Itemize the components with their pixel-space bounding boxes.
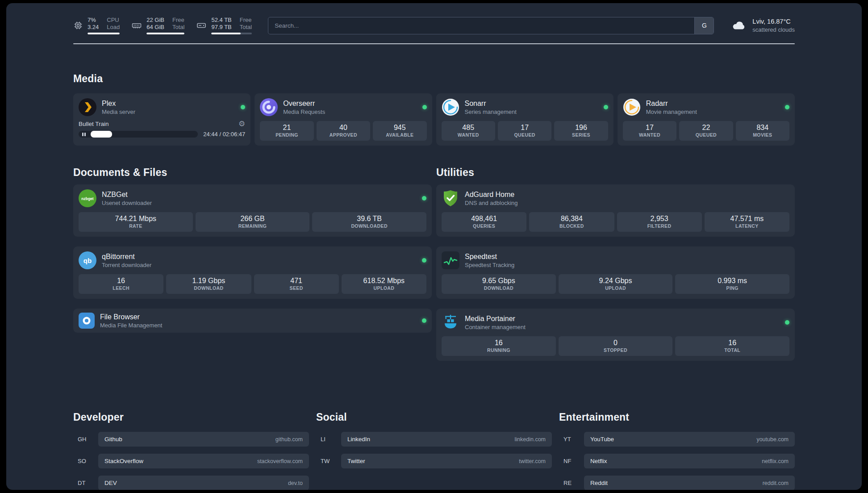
playback-time: 24:44 / 02:06:47 (203, 131, 245, 138)
bookmark-netflix[interactable]: NF Netflix netflix.com (559, 454, 795, 468)
pause-icon[interactable] (82, 133, 86, 136)
card-overseerr[interactable]: Overseerr Media Requests 21 PENDING 40 A… (255, 93, 432, 146)
speedtest-icon (442, 251, 459, 269)
stat-label: PING (677, 285, 788, 291)
stat-tile: 485 WANTED (442, 121, 495, 141)
stat-value: 0.993 ms (677, 277, 788, 285)
bookmark-abbr: TW (316, 458, 341, 464)
playback-progress-bar[interactable] (79, 131, 198, 138)
memory-free: 22 GiB (146, 17, 164, 24)
stat-value: 266 GB (197, 215, 308, 223)
stat-label: DOWNLOAD (443, 285, 554, 291)
card-adguard[interactable]: AdGuard Home DNS and adblocking 498,461 … (436, 184, 795, 237)
section-title-developer: Developer (73, 411, 309, 423)
card-radarr[interactable]: Radarr Movie management 17 WANTED 22 QUE… (618, 93, 795, 146)
memory-icon (131, 20, 142, 31)
stat-label: FILTERED (619, 223, 700, 229)
stat-value: 471 (256, 277, 337, 285)
search-input[interactable] (268, 17, 694, 34)
bookmark-abbr: LI (316, 436, 341, 443)
card-speedtest[interactable]: Speedtest Speedtest Tracking 9.65 Gbps D… (436, 246, 795, 299)
stat-tile: 196 SERIES (554, 121, 608, 141)
card-qbittorrent[interactable]: qb qBittorrent Torrent downloader 16 LEE… (73, 246, 432, 299)
stat-tile: 17 QUEUED (498, 121, 551, 141)
service-name: qBittorrent (102, 252, 151, 261)
service-subtitle: Movie management (646, 109, 697, 115)
stat-label: QUERIES (443, 223, 525, 229)
stat-tile: 0.993 ms PING (675, 274, 789, 294)
stat-tile: 618.52 Mbps UPLOAD (342, 274, 426, 294)
stat-tile: 16 TOTAL (675, 336, 789, 356)
bookmark-reddit[interactable]: RE Reddit reddit.com (559, 476, 795, 490)
weather-widget: Lviv, 16.87°C scattered clouds (730, 17, 795, 33)
stat-value: 2,953 (619, 215, 700, 223)
settings-gear-icon[interactable]: ⚙ (238, 120, 245, 128)
bookmark-name: Netflix (590, 458, 607, 464)
bookmark-linkedin[interactable]: LI LinkedIn linkedin.com (316, 432, 552, 447)
search-bar: G (268, 17, 714, 34)
search-provider-button[interactable]: G (694, 17, 714, 34)
stat-label: PENDING (262, 132, 312, 138)
bookmark-url: netflix.com (762, 458, 789, 464)
stat-label: MOVIES (738, 132, 788, 138)
dashboard-panel: 7% 3.24 CPU Load (6, 3, 862, 490)
stat-label: SERIES (556, 132, 606, 138)
status-dot (422, 105, 427, 109)
cpu-icon (73, 21, 83, 30)
bookmark-dev[interactable]: DT DEV dev.to (73, 476, 309, 490)
bookmark-youtube[interactable]: YT YouTube youtube.com (559, 432, 795, 447)
stat-value: 485 (443, 124, 493, 132)
section-documents: Documents & Files nzbget NZBGet Usenet d… (73, 158, 432, 371)
status-dot (422, 318, 426, 323)
service-subtitle: Media server (102, 109, 135, 115)
bookmark-stackoverflow[interactable]: SO StackOverflow stackoverflow.com (73, 454, 309, 468)
disk-label2: Total (240, 24, 252, 31)
stat-tile: 47.571 ms LATENCY (705, 212, 789, 232)
bookmarks-entertainment: Entertainment YT YouTube youtube.com NF … (559, 403, 795, 490)
bookmark-abbr: NF (559, 458, 584, 464)
disk-total: 97.9 TB (211, 24, 231, 31)
card-plex[interactable]: Plex Media server Bullet Train ⚙ 24:44 /… (73, 93, 250, 146)
bookmark-name: Github (104, 436, 122, 443)
bookmark-name: YouTube (590, 436, 614, 443)
stat-tile: 22 QUEUED (679, 121, 733, 141)
card-sonarr[interactable]: Sonarr Series management 485 WANTED 17 Q… (436, 93, 613, 146)
stat-label: UPLOAD (343, 285, 425, 291)
card-portainer[interactable]: Media Portainer Container management 16 … (436, 309, 795, 361)
bookmark-url: github.com (275, 436, 303, 443)
disk-widget: 52.4 TB 97.9 TB Free Total (196, 17, 252, 34)
service-subtitle: Torrent downloader (102, 262, 151, 268)
card-nzbget[interactable]: nzbget NZBGet Usenet downloader 744.21 M… (73, 184, 432, 237)
bookmark-github[interactable]: GH Github github.com (73, 432, 309, 447)
stat-label: REMAINING (197, 223, 308, 229)
stat-label: UPLOAD (560, 285, 671, 291)
cpu-label: CPU (107, 17, 120, 24)
bookmarks-social: Social LI LinkedIn linkedin.com TW Twitt… (316, 403, 552, 468)
weather-location: Lviv, 16.87°C (752, 17, 795, 26)
stat-label: STOPPED (560, 347, 671, 353)
service-subtitle: Speedtest Tracking (465, 262, 514, 268)
weather-condition: scattered clouds (752, 26, 795, 33)
bookmark-twitter[interactable]: TW Twitter twitter.com (316, 454, 552, 468)
qbittorrent-icon: qb (79, 251, 96, 269)
bookmark-name: DEV (104, 480, 117, 486)
topbar-divider (73, 43, 795, 44)
service-subtitle: DNS and adblocking (465, 200, 518, 206)
stat-value: 17 (625, 124, 675, 132)
bookmark-abbr: DT (73, 480, 98, 486)
bookmark-url: linkedin.com (515, 436, 546, 443)
section-title-documents: Documents & Files (73, 167, 432, 179)
stat-value: 39.6 TB (314, 215, 425, 223)
service-name: Overseerr (283, 99, 325, 108)
stat-tile: 40 APPROVED (317, 121, 370, 141)
card-filebrowser[interactable]: File Browser Media File Management (73, 309, 432, 333)
stat-label: LATENCY (706, 223, 788, 229)
bookmark-name: StackOverflow (104, 458, 143, 464)
stat-tile: 2,953 FILTERED (617, 212, 702, 232)
stat-tile: 498,461 QUERIES (442, 212, 526, 232)
service-subtitle: Container management (465, 324, 526, 330)
stat-value: 47.571 ms (706, 215, 788, 223)
stat-tile: 834 MOVIES (736, 121, 789, 141)
stat-tile: 86,384 BLOCKED (529, 212, 614, 232)
section-media: Media Plex Media server (73, 73, 795, 146)
